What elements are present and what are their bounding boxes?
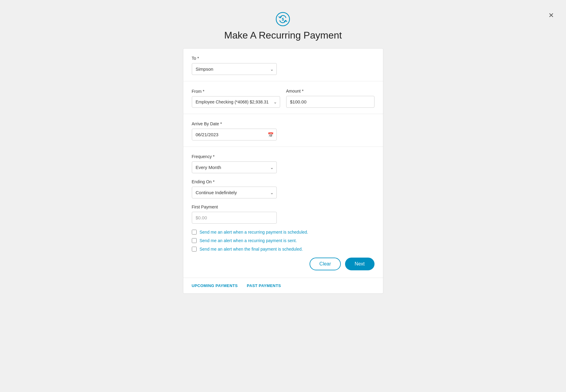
- form-container: To * Simpson ⌄ From * Employee Checking …: [183, 48, 383, 294]
- amount-field-wrapper: Amount *: [286, 89, 375, 108]
- alert-label-2[interactable]: Send me an alert when a recurring paymen…: [200, 238, 297, 243]
- to-label: To *: [192, 56, 375, 61]
- first-payment-input[interactable]: [192, 212, 277, 224]
- page-title: Make A Recurring Payment: [224, 30, 342, 41]
- ending-on-label: Ending On *: [192, 179, 375, 184]
- frequency-label: Frequency *: [192, 154, 375, 159]
- tabs-container: UPCOMING PAYMENTS PAST PAYMENTS: [183, 278, 383, 293]
- to-section: To * Simpson ⌄: [183, 49, 383, 81]
- alert-checkbox-2[interactable]: [192, 238, 197, 243]
- alerts-section: Send me an alert when a recurring paymen…: [192, 230, 375, 252]
- frequency-select-wrapper: Every Month ⌄: [192, 161, 277, 173]
- close-button[interactable]: ✕: [548, 12, 554, 19]
- alert-row-2: Send me an alert when a recurring paymen…: [192, 238, 375, 243]
- header: $ Make A Recurring Payment: [224, 12, 342, 41]
- tab-upcoming-payments[interactable]: UPCOMING PAYMENTS: [192, 283, 238, 289]
- frequency-select[interactable]: Every Month: [192, 161, 277, 173]
- alert-label-1[interactable]: Send me an alert when a recurring paymen…: [200, 230, 308, 235]
- alert-checkbox-3[interactable]: [192, 247, 197, 252]
- from-label: From *: [192, 89, 280, 94]
- amount-input[interactable]: [286, 96, 375, 108]
- arrive-by-label: Arrive By Date *: [192, 121, 375, 126]
- ending-on-select-wrapper: Continue Indefinitely ⌄: [192, 187, 277, 198]
- page-container: ✕ $ Make A Recurring Payment To * Simpso…: [0, 6, 566, 294]
- frequency-section: Frequency * Every Month ⌄ Ending On * Co…: [183, 147, 383, 278]
- ending-on-select[interactable]: Continue Indefinitely: [192, 187, 277, 198]
- alert-row-1: Send me an alert when a recurring paymen…: [192, 230, 375, 235]
- from-field-wrapper: From * Employee Checking (*4068) $2,938.…: [192, 89, 280, 108]
- alert-row-3: Send me an alert when the final payment …: [192, 247, 375, 252]
- alert-label-3[interactable]: Send me an alert when the final payment …: [200, 247, 303, 252]
- date-wrapper: 📅: [192, 129, 277, 140]
- alert-checkbox-1[interactable]: [192, 230, 197, 235]
- clear-button[interactable]: Clear: [310, 258, 341, 270]
- from-amount-section: From * Employee Checking (*4068) $2,938.…: [183, 81, 383, 114]
- from-select-wrapper: Employee Checking (*4068) $2,938.31 ⌄: [192, 96, 280, 108]
- buttons-row: Clear Next: [192, 258, 375, 272]
- next-button[interactable]: Next: [345, 258, 375, 270]
- tab-past-payments[interactable]: PAST PAYMENTS: [247, 283, 281, 289]
- svg-text:$: $: [282, 17, 284, 22]
- amount-label: Amount *: [286, 89, 375, 93]
- tabs-row: UPCOMING PAYMENTS PAST PAYMENTS: [183, 278, 383, 293]
- arrive-by-section: Arrive By Date * 📅: [183, 114, 383, 147]
- first-payment-wrapper: First Payment: [192, 204, 375, 224]
- ending-on-wrapper: Ending On * Continue Indefinitely ⌄: [192, 179, 375, 198]
- to-select[interactable]: Simpson: [192, 63, 277, 75]
- from-amount-row: From * Employee Checking (*4068) $2,938.…: [192, 89, 375, 108]
- recurring-payment-icon: $: [275, 12, 290, 27]
- from-select[interactable]: Employee Checking (*4068) $2,938.31: [192, 96, 280, 108]
- arrive-by-input[interactable]: [192, 129, 277, 140]
- to-select-wrapper: Simpson ⌄: [192, 63, 277, 75]
- first-payment-label: First Payment: [192, 204, 375, 209]
